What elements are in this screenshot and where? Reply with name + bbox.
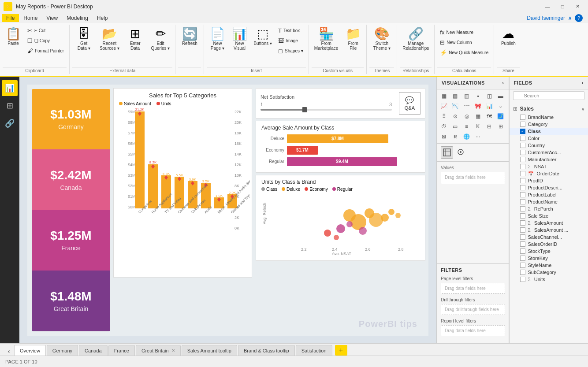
viz-gauge[interactable]: ⏱ bbox=[439, 122, 449, 131]
tab-overview[interactable]: Overview bbox=[14, 345, 46, 356]
field-stocktype-checkbox[interactable] bbox=[520, 248, 525, 254]
viz-more[interactable]: ··· bbox=[473, 132, 483, 141]
field-orderdate[interactable]: 📅 OrderDate bbox=[510, 170, 588, 177]
new-column-button[interactable]: ⊟ New Column bbox=[437, 37, 491, 47]
field-storekey-checkbox[interactable] bbox=[520, 256, 525, 261]
viz-line[interactable]: 📈 bbox=[439, 101, 449, 111]
menu-view[interactable]: View bbox=[42, 14, 62, 22]
field-salesamount-checkbox[interactable] bbox=[520, 220, 525, 226]
field-storekey[interactable]: StoreKey bbox=[510, 255, 588, 262]
viz-kpi[interactable]: K bbox=[473, 122, 483, 131]
sidebar-report-view[interactable]: 📊 bbox=[2, 80, 18, 96]
tab-scroll-left[interactable]: ‹ bbox=[4, 347, 14, 356]
enter-data-button[interactable]: ⊞ EnterData bbox=[124, 26, 147, 52]
sidebar-data-view[interactable]: ⊞ bbox=[2, 98, 18, 114]
field-productlabel-checkbox[interactable] bbox=[520, 192, 525, 197]
field-category-checkbox[interactable] bbox=[520, 122, 525, 127]
viz-stacked-col[interactable]: ◫ bbox=[484, 91, 494, 101]
viz-stacked-bar[interactable]: ▦ bbox=[439, 91, 449, 101]
field-subcategory[interactable]: SubCategory bbox=[510, 269, 588, 276]
viz-drop-zone[interactable]: Drag data fields here bbox=[441, 172, 505, 184]
field-brandname-checkbox[interactable] bbox=[520, 115, 525, 120]
viz-clustered-col[interactable]: ▪ bbox=[473, 91, 483, 101]
field-units[interactable]: Σ Units bbox=[510, 276, 588, 283]
qa-button[interactable]: 💬 Q&A bbox=[399, 92, 421, 115]
close-button[interactable]: ✕ bbox=[570, 2, 584, 11]
field-salesamount2[interactable]: Σ SalesAmount ... bbox=[510, 226, 588, 234]
fields-table-sales[interactable]: ⊞ Sales ∨ bbox=[510, 104, 588, 114]
field-repurch-checkbox[interactable] bbox=[520, 206, 525, 211]
field-units-checkbox[interactable] bbox=[520, 277, 525, 282]
field-orderdate-checkbox[interactable] bbox=[520, 171, 525, 176]
buttons-button[interactable]: ⬚ Buttons ▾ bbox=[251, 26, 275, 48]
viz-r-visual[interactable]: R bbox=[450, 132, 460, 141]
viz-funnel[interactable]: ⬦ bbox=[496, 101, 506, 111]
tab-germany[interactable]: Germany bbox=[47, 345, 78, 356]
field-salesamount2-checkbox[interactable] bbox=[520, 227, 525, 233]
viz-fields-tab[interactable] bbox=[441, 146, 453, 159]
from-file-button[interactable]: 📁 FromFile bbox=[342, 26, 364, 52]
tab-brand-class[interactable]: Brand & Class tooltip bbox=[238, 345, 295, 356]
viz-stacked-col-100[interactable]: ▬ bbox=[496, 91, 506, 101]
field-brandname[interactable]: BrandName bbox=[510, 114, 588, 121]
new-page-button[interactable]: 📄 NewPage ▾ bbox=[207, 26, 228, 52]
field-category[interactable]: Category bbox=[510, 121, 588, 128]
new-visual-button[interactable]: 📊 NewVisual bbox=[229, 26, 250, 52]
viz-expand-button[interactable]: › bbox=[502, 80, 504, 85]
field-salesize-checkbox[interactable] bbox=[520, 213, 525, 219]
image-button[interactable]: 🖼 Image bbox=[275, 36, 306, 45]
from-marketplace-button[interactable]: 🏪 FromMarketplace bbox=[312, 26, 341, 52]
menu-home[interactable]: Home bbox=[19, 14, 42, 22]
report-filters-drop[interactable]: Drag data fields here bbox=[441, 325, 505, 336]
sidebar-model-view[interactable]: 🔗 bbox=[2, 115, 18, 131]
viz-filled-map[interactable]: 🗾 bbox=[496, 111, 506, 121]
viz-globe[interactable]: 🌐 bbox=[462, 132, 472, 141]
viz-format-tab[interactable] bbox=[455, 146, 466, 159]
field-class-checkbox[interactable]: ✓ bbox=[520, 129, 525, 134]
help-icon[interactable]: ? bbox=[575, 14, 583, 22]
new-quick-measure-button[interactable]: ⚡ New Quick Measure bbox=[437, 48, 491, 57]
menu-file[interactable]: File bbox=[2, 14, 19, 22]
cut-button[interactable]: ✂ ✂ Cut bbox=[25, 26, 67, 35]
text-box-button[interactable]: T Text box bbox=[275, 26, 306, 35]
drillthrough-filters-drop[interactable]: Drag drillthrough fields here bbox=[441, 304, 505, 315]
viz-slicer[interactable]: ⊟ bbox=[484, 122, 494, 131]
viz-pie[interactable]: ⊙ bbox=[450, 111, 460, 121]
field-country-checkbox[interactable] bbox=[520, 143, 525, 148]
new-measure-button[interactable]: fx New Measure bbox=[437, 27, 491, 37]
viz-scatter[interactable]: ⠿ bbox=[439, 111, 449, 121]
viz-stacked-bar-100[interactable]: ▥ bbox=[462, 91, 472, 101]
tab-sales-tooltip[interactable]: Sales Amount tooltip bbox=[182, 345, 237, 356]
field-customeracc-checkbox[interactable] bbox=[520, 150, 525, 155]
minimize-button[interactable]: — bbox=[540, 2, 555, 11]
field-saleschannel[interactable]: SalesChannel... bbox=[510, 234, 588, 241]
field-productlabel[interactable]: ProductLabel bbox=[510, 191, 588, 198]
viz-clustered-bar[interactable]: ▤ bbox=[450, 91, 460, 101]
viz-multi-row[interactable]: ≡ bbox=[462, 122, 472, 131]
fields-expand-button[interactable]: › bbox=[582, 80, 584, 85]
satisfaction-slider[interactable] bbox=[261, 109, 392, 111]
page-filters-drop[interactable]: Drag data fields here bbox=[441, 283, 505, 294]
viz-waterfall[interactable]: 📊 bbox=[484, 101, 494, 111]
field-prodid-checkbox[interactable] bbox=[520, 178, 525, 183]
refresh-button[interactable]: 🔄 Refresh bbox=[178, 26, 201, 48]
field-color-checkbox[interactable] bbox=[520, 136, 525, 141]
fields-search-input[interactable] bbox=[513, 91, 584, 100]
tab-france[interactable]: France bbox=[108, 345, 135, 356]
paste-button[interactable]: 📋 Paste bbox=[3, 26, 24, 48]
maximize-button[interactable]: □ bbox=[555, 2, 569, 11]
switch-theme-button[interactable]: 🎨 SwitchTheme ▾ bbox=[369, 26, 394, 52]
field-salesize[interactable]: Sale Size bbox=[510, 212, 588, 219]
viz-donut[interactable]: ◎ bbox=[462, 111, 472, 121]
tab-great-britain[interactable]: Great Britain ✕ bbox=[136, 345, 181, 356]
field-country[interactable]: Country bbox=[510, 142, 588, 149]
field-stylename-checkbox[interactable] bbox=[520, 263, 525, 268]
field-color[interactable]: Color bbox=[510, 135, 588, 142]
field-salesorderid-checkbox[interactable] bbox=[520, 241, 525, 247]
field-saleschannel-checkbox[interactable] bbox=[520, 234, 525, 240]
get-data-button[interactable]: 🗄 GetData ▾ bbox=[72, 26, 95, 52]
field-class[interactable]: ✓ Class bbox=[510, 128, 588, 135]
viz-ribbon[interactable]: 🎀 bbox=[473, 101, 483, 111]
field-productdescri[interactable]: ProductDescri... bbox=[510, 184, 588, 191]
field-stylename[interactable]: StyleName bbox=[510, 262, 588, 269]
